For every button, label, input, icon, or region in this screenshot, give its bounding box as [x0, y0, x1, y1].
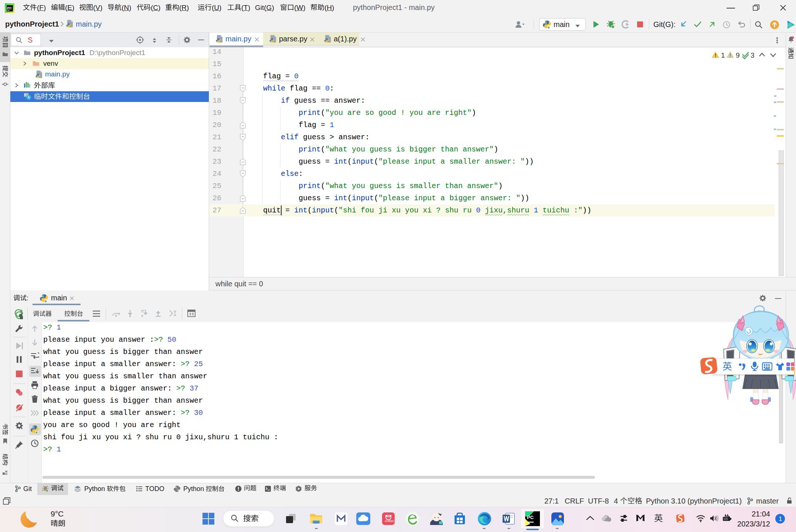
svg-text:HUAWEI: HUAWEI — [385, 520, 394, 522]
svg-text:1: 1 — [721, 51, 725, 59]
svg-text:PC: PC — [7, 6, 12, 10]
svg-text:9: 9 — [736, 51, 740, 59]
svg-text:3: 3 — [751, 51, 755, 59]
svg-text:1: 1 — [779, 515, 782, 522]
svg-text:PC: PC — [527, 515, 534, 520]
